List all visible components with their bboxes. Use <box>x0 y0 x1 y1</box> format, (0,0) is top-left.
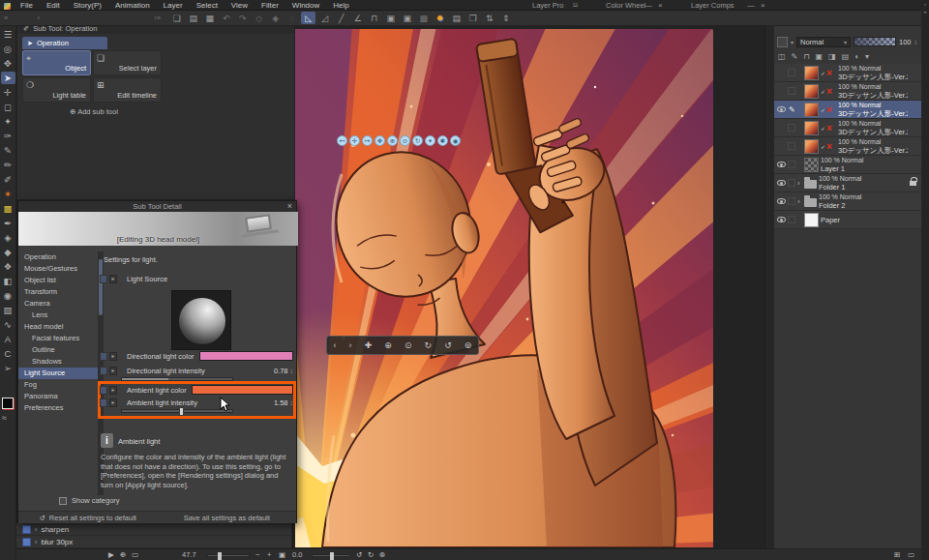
command-icon[interactable]: ⇅ <box>482 12 496 24</box>
folder-expander-icon[interactable]: › <box>797 197 802 206</box>
zoom-in-button[interactable]: + <box>267 549 271 560</box>
rotate-cw-icon[interactable]: ↻ <box>368 549 374 560</box>
menu-item[interactable]: Filter <box>255 0 285 11</box>
add-sub-tool-button[interactable]: ⊕ Add sub tool <box>22 107 165 116</box>
dialog-category-item[interactable]: Operation <box>18 251 98 263</box>
param-expand-button[interactable] <box>109 352 117 361</box>
zoom-out-button[interactable]: − <box>255 549 259 560</box>
tool-icon[interactable]: ◧ <box>1 275 15 287</box>
zoom-value[interactable]: 47.7 <box>182 549 196 560</box>
layer-visibility-toggle[interactable] <box>776 87 786 95</box>
tool-icon[interactable]: ◉ <box>1 289 15 302</box>
reset-all-settings-button[interactable]: ↺Reset all settings to default <box>18 512 158 523</box>
object-manipulation-icon[interactable]: › <box>349 340 352 350</box>
layer-comps-minimize-button[interactable]: — <box>747 0 755 11</box>
menu-item[interactable]: Select <box>190 0 225 11</box>
canvas-document[interactable] <box>295 29 713 547</box>
layer-command-icon[interactable]: ⊓ <box>803 52 809 61</box>
command-icon[interactable]: ◿ <box>317 12 332 24</box>
dialog-category-item[interactable]: Transform <box>18 286 98 298</box>
dialog-category-item[interactable]: Camera <box>18 298 98 309</box>
tool-icon[interactable]: ◻ <box>1 101 15 113</box>
command-icon[interactable]: ◈ <box>268 12 283 24</box>
blend-mode-select[interactable]: Normal <box>796 37 851 47</box>
param-expand-button[interactable] <box>109 398 117 407</box>
command-icon[interactable]: ◌ <box>285 12 299 24</box>
layer-visibility-toggle[interactable] <box>776 69 786 76</box>
command-icon[interactable]: ▤ <box>449 12 464 24</box>
dock-collapse-icon[interactable]: ‹ <box>37 14 40 22</box>
object-launcher-icon[interactable]: ✥ <box>375 135 385 146</box>
dialog-category-item[interactable]: Object list <box>18 275 98 286</box>
command-icon[interactable]: ▣ <box>383 12 398 24</box>
scrollbar-thumb[interactable] <box>99 259 103 315</box>
layer-row[interactable]: ✓× 100 % Normal 3Dデッサン人形-Ver.2(女性) 3 <box>774 119 921 137</box>
folder-expander-icon[interactable]: › <box>797 179 802 188</box>
layer-thumbnail[interactable] <box>804 66 819 80</box>
param-stripe-button[interactable] <box>100 386 107 395</box>
object-manipulation-icon[interactable]: ‹ <box>334 340 337 350</box>
object-manipulation-icon[interactable]: ✚ <box>365 340 373 350</box>
layer-command-icon[interactable]: ◨ <box>828 52 836 61</box>
object-manipulation-icon[interactable]: ↺ <box>444 340 452 350</box>
dialog-category-item[interactable]: Light Source <box>18 368 98 379</box>
menu-item[interactable]: Help <box>326 0 355 11</box>
opacity-slider[interactable] <box>854 37 896 46</box>
directional-light-intensity-value[interactable]: 0.78 <box>207 367 288 375</box>
stepper-icon[interactable] <box>914 39 918 45</box>
tool-icon[interactable]: ◈ <box>1 231 15 244</box>
tool-icon[interactable]: ➤ <box>1 72 15 84</box>
tool-icon[interactable]: ▨ <box>1 304 15 316</box>
command-icon[interactable]: ▩ <box>416 12 431 24</box>
command-icon[interactable]: ∠ <box>350 12 365 24</box>
object-manipulation-icon[interactable]: ⊕ <box>384 340 392 350</box>
layer-visibility-toggle[interactable] <box>776 216 786 223</box>
param-stripe-button[interactable] <box>100 352 107 361</box>
rotate-ccw-icon[interactable]: ↺ <box>356 549 362 560</box>
layer-visibility-toggle[interactable] <box>776 161 786 168</box>
menu-item[interactable]: View <box>225 0 255 11</box>
light-source-sphere-panel[interactable] <box>171 290 231 350</box>
dock-collapse-icon[interactable]: « <box>4 14 8 22</box>
canvas-viewport[interactable]: ↤✛↦✥⊕⊙↻✦✱◉ ‹›✚⊕⊙↻↺⊚ <box>295 26 764 548</box>
menu-item[interactable]: Edit <box>40 0 67 11</box>
new-item-icon[interactable]: ⊞ <box>894 549 900 560</box>
dialog-category-item[interactable]: Head model <box>18 321 98 333</box>
command-icon[interactable]: ◇ <box>252 12 266 24</box>
object-manipulation-icon[interactable]: ⊚ <box>464 340 472 350</box>
layer-thumbnail[interactable] <box>804 198 817 207</box>
tool-icon[interactable]: ◎ <box>1 43 15 55</box>
checkbox-icon[interactable] <box>59 497 67 505</box>
color-set-icon[interactable]: ≈ <box>2 413 7 423</box>
sub-tool-item[interactable]: ❏ Select layer <box>93 50 162 75</box>
object-launcher-icon[interactable]: ⊕ <box>387 135 398 146</box>
ambient-light-intensity-value[interactable]: 1.58 <box>199 398 288 407</box>
opacity-value[interactable]: 100 <box>899 38 912 46</box>
show-category-checkbox[interactable]: Show category <box>59 496 120 505</box>
tool-icon[interactable]: ✏ <box>1 159 15 171</box>
menu-item[interactable]: Window <box>285 0 326 11</box>
layer-visibility-toggle[interactable] <box>776 142 786 150</box>
tool-icon[interactable]: ◆ <box>1 246 15 258</box>
layer-row[interactable]: › ✓× 100 % Normal Folder 1 <box>774 174 921 192</box>
light-source-sphere[interactable] <box>179 298 225 344</box>
layer-visibility-toggle[interactable] <box>776 179 786 187</box>
dialog-title-bar[interactable]: Sub Tool Detail × <box>18 201 296 212</box>
command-icon[interactable]: ▦ <box>202 12 217 24</box>
dialog-category-item[interactable]: Shadows <box>18 356 98 368</box>
layer-comps-close-button[interactable]: × <box>761 0 765 11</box>
tool-icon[interactable]: ∿ <box>1 318 15 331</box>
tool-icon[interactable]: ✶ <box>1 188 15 200</box>
layer-thumbnail[interactable] <box>804 84 819 99</box>
dialog-category-item[interactable]: Panorama <box>18 391 98 402</box>
object-launcher-icon[interactable]: ↦ <box>362 135 373 146</box>
play-action-icon[interactable]: ▶ <box>108 549 114 560</box>
layer-command-icon[interactable]: ✎ <box>792 52 798 61</box>
layer-thumbnail[interactable] <box>804 213 819 227</box>
sub-tool-item[interactable]: ❍ Light table <box>22 77 91 103</box>
layer-comps-palette-title[interactable]: Layer Comps <box>691 0 734 11</box>
layer-row[interactable]: ✓× 100 % Normal 3Dデッサン人形-Ver.2(女性) 3 2 2 <box>774 64 921 82</box>
object-launcher-icon[interactable]: ↤ <box>337 135 347 146</box>
param-expand-button[interactable] <box>109 275 117 283</box>
delete-action-icon[interactable]: ▭ <box>132 549 138 560</box>
